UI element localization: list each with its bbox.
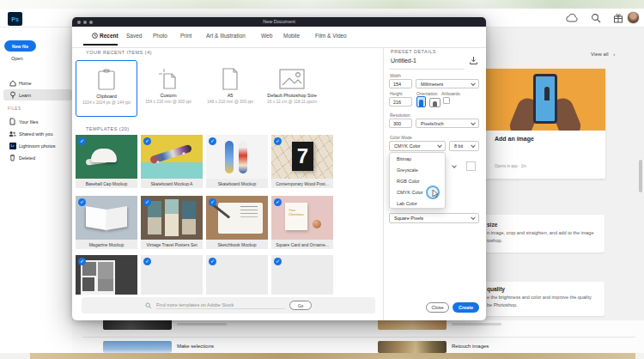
template-vintage-travel-posters[interactable]: ✓ Vintage Travel Posters Set [141,196,203,249]
tutorial-fragment-line: n image, crop and straighten, and add to… [487,230,593,235]
menu-item-rgb-color[interactable]: RGB Color [390,175,445,186]
tab-print[interactable]: Print [180,33,191,39]
new-file-button[interactable]: New file [4,40,36,52]
width-label: Width [390,73,401,78]
resolution-input[interactable]: 300 [389,119,412,128]
menu-item-label: CMYK Color [397,190,423,195]
check-icon[interactable]: ✓ [78,258,86,265]
active-tab-underline [83,44,118,46]
tutorial-thumbnail-make-selections[interactable] [103,341,172,353]
template-baseball-cap-mockup[interactable]: ✓ Baseball Cap Mockup [76,135,137,188]
stock-search-input[interactable]: Find more templates on Adobe Stock [156,302,285,309]
tutorial-row-title[interactable]: Retouch images [452,344,489,349]
bit-depth-select[interactable]: 8 bit [449,141,479,151]
template-name: Baseball Cap Mockup [76,179,137,188]
template-item[interactable]: ✓ [206,255,268,295]
tab-mobile[interactable]: Mobile [283,33,300,39]
go-button[interactable]: Go [289,301,312,310]
check-icon[interactable]: ✓ [78,198,86,206]
sidebar-item-your-files[interactable]: Your files [0,116,69,127]
tutorial-fragment-line: toshop. [487,238,502,243]
template-item[interactable]: ✓ [271,255,333,295]
template-magazine-mockup[interactable]: ✓ Magazine Mockup [76,196,137,249]
sidebar-item-label: Lightroom photos [19,143,56,149]
tab-art-illustration[interactable]: Art & Illustration [206,33,246,39]
sidebar-item-home[interactable]: Home [0,77,69,88]
check-icon[interactable]: ✓ [143,198,151,206]
orientation-landscape-button[interactable] [429,98,440,107]
check-icon[interactable]: ✓ [209,137,216,145]
open-button[interactable]: Open [11,56,22,61]
tab-web[interactable]: Web [261,33,272,39]
chevron-down-icon [471,120,476,125]
gift-icon[interactable] [613,13,623,23]
recent-item-custom[interactable]: Custom 154 x 216 mm @ 300 ppi [137,60,199,117]
pixel-aspect-value: Square Pixels [394,216,423,221]
template-item[interactable]: ✓ [141,255,203,295]
background-color-swatch[interactable] [466,161,476,171]
recent-item-clipboard[interactable]: Clipboard 1024 x 1024 px @ 144 ppi [76,60,137,117]
image-icon [261,68,323,90]
sidebar-item-shared-with-you[interactable]: Shared with you [0,128,69,139]
sidebar-item-lightroom-photos[interactable]: Lr Lightroom photos [0,140,69,151]
tab-photo[interactable]: Photo [153,33,167,39]
check-icon[interactable]: ✓ [274,258,282,265]
check-icon[interactable]: ✓ [143,258,151,265]
tutorial-thumbnail-retouch-images[interactable] [378,341,447,353]
unit-select[interactable]: Millimeters [416,79,479,88]
template-sketchbook-mockup[interactable]: ✓ Sketchbook Mockup [206,196,268,249]
stock-search-bar: Find more templates on Adobe Stock Go [82,297,375,313]
color-mode-select[interactable]: CMYK Color [389,141,446,151]
tab-recent[interactable]: Recent [92,33,118,39]
tab-film-video[interactable]: Film & Video [315,33,347,39]
tutorial-card-add-an-image[interactable]: Add an image Opens in app · 2m [486,69,605,179]
poster-number: 7 [292,142,313,171]
document-name-underline [389,69,465,70]
create-button[interactable]: Create [453,302,479,313]
check-icon[interactable]: ✓ [78,137,86,145]
tutorial-fragment-line: e the brightness and color and improve t… [487,295,592,300]
template-name: Sketchbook Mockup [206,240,268,249]
menu-item-greyscale[interactable]: Greyscale [390,164,445,175]
recent-item-a5[interactable]: A5 148 x 210 mm @ 300 ppi [199,60,261,117]
tab-saved[interactable]: Saved [126,33,142,39]
check-icon[interactable]: ✓ [274,137,282,145]
search-icon[interactable] [591,13,601,23]
template-square-card-ornament[interactable]: ✓ YourChristmas Square Card and Orname..… [271,196,333,249]
view-all-link[interactable]: View all › [591,52,615,57]
resolution-label: Resolution [390,113,410,118]
tutorial-row-title[interactable]: Make selections [177,344,214,349]
document-name-input[interactable]: Untitled-1 [391,58,416,64]
cloud-sync-icon[interactable] [566,14,578,22]
sidebar-item-learn[interactable]: Learn [3,89,72,100]
check-icon[interactable]: ✓ [209,198,216,206]
height-input[interactable]: 216 [389,97,412,106]
tutorial-card-image [486,69,605,131]
check-icon[interactable]: ✓ [143,137,151,145]
menu-item-lab-color[interactable]: Lab Color [390,198,445,210]
sidebar-item-label: Your files [19,119,38,125]
template-skateboard-mockup-a[interactable]: ✓ Skateboard Mockup A [141,135,203,188]
artboards-checkbox[interactable] [443,97,450,104]
page-scrollbar[interactable] [639,160,642,192]
sidebar-item-label: Shared with you [19,131,52,137]
tutorial-fragment-line: be Photoshop. [487,302,517,307]
save-preset-icon[interactable] [469,56,478,65]
template-contemporary-wood-poster[interactable]: ✓ 7 Contemporary Wood Post... [271,135,333,188]
document-icon [199,68,261,90]
user-avatar[interactable] [627,11,640,24]
menu-item-bitmap[interactable]: Bitmap [390,153,445,164]
people-icon [9,131,16,137]
close-button[interactable]: Close [426,302,449,313]
width-input[interactable]: 154 [389,79,412,88]
template-photo-collage[interactable]: ✓ [76,255,137,295]
recent-item-default-photoshop-size[interactable]: Default Photoshop Size 16 x 12 cm @ 118.… [261,60,323,117]
check-icon[interactable]: ✓ [209,258,216,265]
check-icon[interactable]: ✓ [274,198,282,206]
sidebar-item-deleted[interactable]: Deleted [0,152,69,163]
orientation-portrait-button[interactable] [416,96,426,107]
bit-depth-value: 8 bit [454,143,463,149]
pixel-aspect-ratio-select[interactable]: Square Pixels [389,213,479,223]
template-skateboard-mockup[interactable]: ✓ Skateboard Mockup [206,135,268,188]
resolution-unit-select[interactable]: Pixels/Inch [416,119,479,128]
